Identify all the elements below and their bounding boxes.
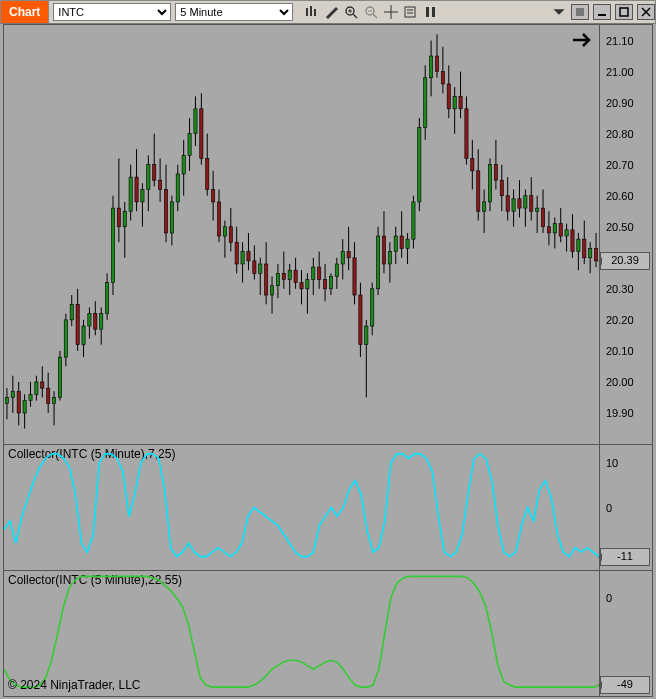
svg-rect-23 <box>11 391 14 397</box>
indicator1-axis[interactable]: 100-11 <box>600 445 652 570</box>
svg-rect-181 <box>477 171 480 211</box>
svg-rect-69 <box>147 165 150 190</box>
svg-rect-63 <box>129 177 132 211</box>
svg-rect-141 <box>359 295 362 345</box>
svg-rect-207 <box>553 224 556 233</box>
svg-rect-145 <box>371 289 374 326</box>
svg-rect-59 <box>117 208 120 227</box>
svg-rect-209 <box>559 224 562 236</box>
pencil-icon[interactable] <box>323 4 339 20</box>
svg-rect-199 <box>530 196 533 212</box>
svg-rect-163 <box>424 78 427 128</box>
svg-rect-15 <box>576 8 584 16</box>
svg-rect-57 <box>111 208 114 282</box>
svg-rect-61 <box>123 211 126 227</box>
svg-rect-129 <box>323 280 326 289</box>
svg-rect-65 <box>135 177 138 202</box>
candlestick-series <box>4 25 599 444</box>
svg-rect-137 <box>347 252 350 258</box>
svg-rect-197 <box>524 196 527 208</box>
svg-rect-135 <box>341 252 344 264</box>
svg-rect-161 <box>418 127 421 201</box>
svg-rect-2 <box>314 9 316 16</box>
svg-rect-31 <box>35 382 38 394</box>
svg-rect-13 <box>426 7 429 17</box>
close-window-button[interactable] <box>637 4 655 20</box>
svg-rect-111 <box>270 286 273 295</box>
toolbar: Chart INTC 5 Minute <box>0 0 656 24</box>
svg-rect-143 <box>365 326 368 345</box>
svg-rect-171 <box>447 84 450 109</box>
svg-rect-51 <box>94 314 97 330</box>
svg-rect-89 <box>206 158 209 189</box>
svg-rect-14 <box>432 7 435 17</box>
crosshair-icon[interactable] <box>383 4 399 20</box>
svg-rect-105 <box>253 261 256 273</box>
svg-rect-123 <box>306 280 309 289</box>
svg-rect-201 <box>536 208 539 211</box>
svg-rect-155 <box>400 236 403 248</box>
svg-rect-149 <box>382 236 385 264</box>
svg-rect-169 <box>441 72 444 84</box>
svg-rect-195 <box>518 199 521 208</box>
svg-line-8 <box>373 14 377 18</box>
price-axis[interactable]: 21.1021.0020.9020.8020.7020.6020.5020.40… <box>600 25 652 444</box>
indicator1-plot[interactable]: Collector(INTC (5 Minute),7,25) <box>4 445 600 570</box>
candlestick-icon[interactable] <box>303 4 319 20</box>
svg-rect-187 <box>494 165 497 181</box>
svg-rect-55 <box>105 283 108 314</box>
indicator2-axis[interactable]: 0-49 <box>600 571 652 696</box>
svg-rect-165 <box>429 56 432 78</box>
svg-rect-85 <box>194 109 197 134</box>
format-icon[interactable] <box>403 4 419 20</box>
svg-rect-1 <box>310 6 312 16</box>
svg-rect-12 <box>405 7 415 17</box>
svg-rect-27 <box>23 401 26 413</box>
minimize-window-button[interactable] <box>593 4 611 20</box>
svg-rect-159 <box>412 202 415 239</box>
svg-rect-49 <box>88 314 91 326</box>
dropdown-icon[interactable] <box>551 4 567 20</box>
svg-rect-25 <box>17 391 20 413</box>
svg-rect-109 <box>265 264 268 295</box>
maximize-window-button[interactable] <box>615 4 633 20</box>
svg-rect-115 <box>282 273 285 279</box>
svg-rect-179 <box>471 158 474 170</box>
zoom-out-icon[interactable] <box>363 4 379 20</box>
svg-rect-0 <box>306 8 308 16</box>
svg-rect-215 <box>577 239 580 251</box>
svg-rect-117 <box>288 270 291 279</box>
svg-rect-43 <box>70 304 73 320</box>
indicator2-panel: Collector(INTC (5 Minute),22,55) © 2024 … <box>4 570 652 696</box>
svg-rect-35 <box>47 388 50 404</box>
properties-icon[interactable] <box>423 4 439 20</box>
indicator2-plot[interactable]: Collector(INTC (5 Minute),22,55) © 2024 … <box>4 571 600 696</box>
svg-rect-107 <box>259 264 262 273</box>
svg-rect-71 <box>153 165 156 181</box>
svg-rect-113 <box>276 273 279 285</box>
interval-select[interactable]: 5 Minute <box>175 3 293 21</box>
svg-rect-191 <box>506 196 509 212</box>
svg-rect-91 <box>212 189 215 201</box>
svg-rect-93 <box>217 202 220 236</box>
zoom-in-icon[interactable] <box>343 4 359 20</box>
svg-rect-211 <box>565 230 568 236</box>
shade-window-button[interactable] <box>571 4 589 20</box>
svg-rect-177 <box>465 109 468 159</box>
svg-rect-39 <box>58 357 61 397</box>
svg-rect-101 <box>241 252 244 264</box>
svg-rect-153 <box>394 236 397 252</box>
svg-rect-133 <box>335 264 338 276</box>
svg-rect-53 <box>100 314 103 330</box>
tab-chart[interactable]: Chart <box>1 1 49 23</box>
svg-rect-73 <box>158 180 161 189</box>
svg-rect-127 <box>318 267 321 279</box>
svg-rect-175 <box>459 96 462 108</box>
price-plot[interactable] <box>4 25 600 444</box>
symbol-select[interactable]: INTC <box>53 3 171 21</box>
svg-rect-193 <box>512 199 515 211</box>
svg-rect-37 <box>52 397 55 403</box>
svg-rect-29 <box>29 394 32 400</box>
svg-rect-119 <box>294 270 297 282</box>
svg-rect-21 <box>5 397 8 403</box>
